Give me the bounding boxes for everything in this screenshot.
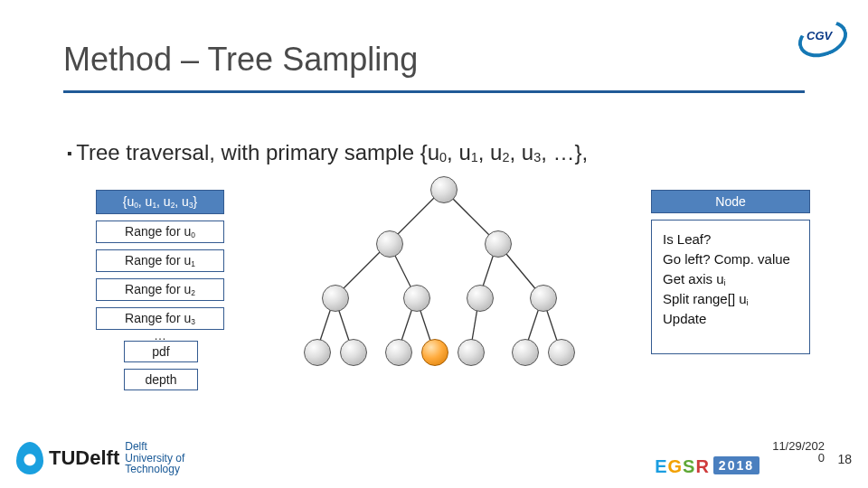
tree-node bbox=[421, 339, 448, 366]
stack-row: Range for u0 bbox=[96, 221, 224, 243]
tree-node bbox=[403, 285, 430, 312]
cgv-logo: CGV bbox=[794, 18, 846, 54]
node-header: Node bbox=[651, 190, 810, 213]
tudelft-logo: TUDelft Delft University of Technology bbox=[16, 441, 184, 475]
egsr-logo: EGSR2018 bbox=[655, 456, 760, 477]
tree-node bbox=[322, 285, 349, 312]
tree-diagram bbox=[271, 174, 615, 373]
page-number: 18 bbox=[837, 452, 852, 466]
tree-node bbox=[304, 339, 331, 366]
tudelft-flame-icon bbox=[16, 442, 43, 474]
tree-node bbox=[485, 230, 512, 258]
stack-header: {u0, u1, u2, u3} bbox=[96, 190, 224, 214]
stack-row: Range for u1 bbox=[96, 249, 224, 272]
tree-node bbox=[376, 230, 403, 258]
stack-row: Range for u2 bbox=[96, 278, 224, 301]
slide-title: Method – Tree Sampling bbox=[63, 41, 418, 79]
node-line: Go left? Comp. value bbox=[663, 249, 800, 269]
node-line: Split range[] ui bbox=[663, 289, 800, 309]
stack-pdf: pdf bbox=[124, 341, 198, 362]
stack-ellipsis: … bbox=[96, 332, 224, 339]
tree-node bbox=[530, 285, 557, 312]
tree-node bbox=[430, 176, 458, 203]
stack-depth: depth bbox=[124, 369, 198, 390]
bullet-line: Tree traversal, with primary sample {u0,… bbox=[67, 140, 588, 165]
node-block: Node Is Leaf?Go left? Comp. valueGet axi… bbox=[651, 190, 810, 354]
node-line: Update bbox=[663, 309, 800, 329]
accent-bar bbox=[63, 90, 805, 93]
tree-node bbox=[385, 339, 412, 366]
tree-node bbox=[458, 339, 485, 366]
tree-node bbox=[548, 339, 575, 366]
tree-node bbox=[512, 339, 539, 366]
node-body: Is Leaf?Go left? Comp. valueGet axis uiS… bbox=[651, 220, 810, 354]
node-line: Get axis ui bbox=[663, 269, 800, 289]
sample-stack: {u0, u1, u2, u3} Range for u0 Range for … bbox=[96, 190, 224, 397]
node-line: Is Leaf? bbox=[663, 230, 800, 249]
tree-node bbox=[340, 339, 367, 366]
tree-node bbox=[467, 285, 494, 312]
footer-date: 11/29/2020 bbox=[772, 440, 825, 465]
stack-row: Range for u3 bbox=[96, 307, 224, 330]
